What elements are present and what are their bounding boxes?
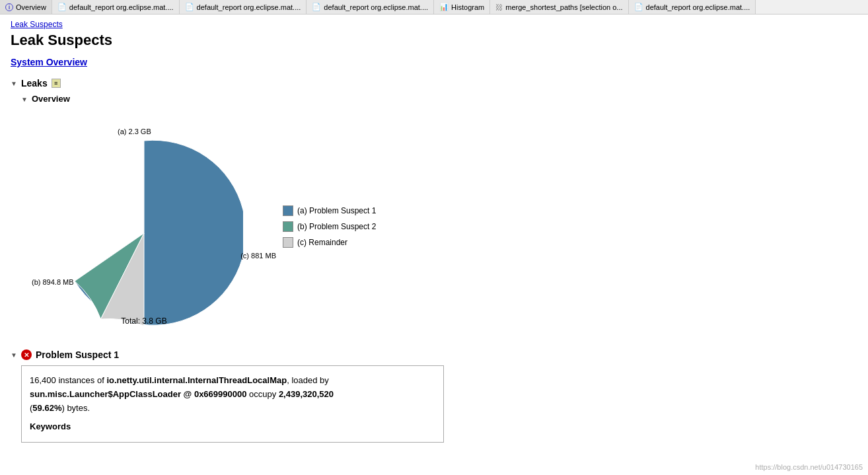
report-icon-2: 📄 xyxy=(185,3,194,11)
instances-count: 16,400 xyxy=(30,375,56,385)
merge-icon: ⛓ xyxy=(495,3,503,11)
pie-label-b: (b) 894.8 MB xyxy=(32,278,74,286)
overview-header[interactable]: ▼ Overview xyxy=(21,94,857,104)
histogram-icon: 📊 xyxy=(439,3,449,11)
occupy-text: occupy xyxy=(246,389,278,399)
tab-histogram[interactable]: 📊 Histogram xyxy=(434,0,490,15)
tab-default-report-4-label: default_report org.eclipse.mat.... xyxy=(646,3,750,11)
overview-label: Overview xyxy=(32,94,70,104)
bytes-value: 2,439,320,520 xyxy=(279,389,334,399)
leaks-header[interactable]: ▼ Leaks ≡ xyxy=(11,78,857,89)
pie-chart: (a) 2.3 GB (b) 894.8 MB (c) 881 MB Total… xyxy=(32,114,256,339)
report-icon-1: 📄 xyxy=(57,3,67,11)
instances-text: instances of xyxy=(58,375,106,385)
tab-default-report-2[interactable]: 📄 default_report org.eclipse.mat.... xyxy=(180,0,307,15)
tab-default-report-3-label: default_report org.eclipse.mat.... xyxy=(324,3,428,11)
info-icon: i xyxy=(5,3,13,11)
legend-item-c: (c) Remainder xyxy=(283,237,376,248)
legend-swatch-a xyxy=(283,205,293,216)
problem-suspect-1-header[interactable]: ▼ ✕ Problem Suspect 1 xyxy=(11,349,857,360)
report-icon-3: 📄 xyxy=(312,3,321,11)
problem-suspect-1-description: 16,400 instances of io.netty.util.intern… xyxy=(30,374,435,415)
report-icon-4: 📄 xyxy=(634,3,643,11)
overview-section: ▼ Overview xyxy=(21,94,857,339)
system-overview-link[interactable]: System Overview xyxy=(11,57,857,67)
leaks-label: Leaks xyxy=(21,78,48,89)
legend-swatch-c xyxy=(283,237,293,248)
percent: 59.62% xyxy=(32,403,61,413)
main-content: Leak Suspects Leak Suspects System Overv… xyxy=(0,15,868,448)
loader: sun.misc.Launcher$AppClassLoader @ 0x669… xyxy=(30,389,246,399)
problem-suspect-1-box: 16,400 instances of io.netty.util.intern… xyxy=(21,365,444,443)
tab-default-report-1[interactable]: 📄 default_report org.eclipse.mat.... xyxy=(52,0,180,15)
tab-overview[interactable]: i Overview xyxy=(0,0,52,15)
tab-merge-shortest[interactable]: ⛓ merge_shortest_paths [selection o... xyxy=(490,0,628,15)
page-title: Leak Suspects xyxy=(11,32,857,49)
legend-swatch-b xyxy=(283,221,293,232)
tab-overview-label: Overview xyxy=(16,3,46,11)
pie-label-c: (c) 881 MB xyxy=(240,252,276,260)
pie-label-a: (a) 2.3 GB xyxy=(118,128,151,135)
tab-default-report-4[interactable]: 📄 default_report org.eclipse.mat.... xyxy=(629,0,756,15)
tab-default-report-1-label: default_report org.eclipse.mat.... xyxy=(69,3,174,11)
legend-item-b: (b) Problem Suspect 2 xyxy=(283,221,376,232)
tab-merge-label: merge_shortest_paths [selection o... xyxy=(505,3,622,11)
pie-svg xyxy=(45,134,243,332)
chart-area: (a) 2.3 GB (b) 894.8 MB (c) 881 MB Total… xyxy=(32,114,857,339)
problem-1-collapse-arrow: ▼ xyxy=(11,351,17,358)
error-icon: ✕ xyxy=(21,349,32,360)
keywords-label: Keywords xyxy=(30,420,435,434)
problem-suspect-1-section: ▼ ✕ Problem Suspect 1 16,400 instances o… xyxy=(11,349,857,443)
tab-bar: i Overview 📄 default_report org.eclipse.… xyxy=(0,0,868,15)
chart-legend: (a) Problem Suspect 1 (b) Problem Suspec… xyxy=(283,205,376,248)
tab-histogram-label: Histogram xyxy=(451,3,484,11)
loader-text: , loaded by xyxy=(287,375,329,385)
problem-suspect-1-label: Problem Suspect 1 xyxy=(36,349,119,360)
class-name: io.netty.util.internal.InternalThreadLoc… xyxy=(106,375,287,385)
bytes-label: bytes. xyxy=(65,403,90,413)
pie-total-label: Total: 3.8 GB xyxy=(121,316,166,326)
leaks-collapse-arrow: ▼ xyxy=(11,80,17,87)
overview-collapse-arrow: ▼ xyxy=(21,96,28,102)
tab-default-report-2-label: default_report org.eclipse.mat.... xyxy=(197,3,301,11)
leaks-section: ▼ Leaks ≡ ▼ Overview xyxy=(11,78,857,443)
legend-label-b: (b) Problem Suspect 2 xyxy=(297,222,376,231)
legend-label-a: (a) Problem Suspect 1 xyxy=(297,206,376,215)
leaks-icon: ≡ xyxy=(52,79,61,88)
tab-default-report-3[interactable]: 📄 default_report org.eclipse.mat.... xyxy=(307,0,434,15)
legend-item-a: (a) Problem Suspect 1 xyxy=(283,205,376,216)
breadcrumb[interactable]: Leak Suspects xyxy=(11,20,857,29)
legend-label-c: (c) Remainder xyxy=(297,238,347,247)
